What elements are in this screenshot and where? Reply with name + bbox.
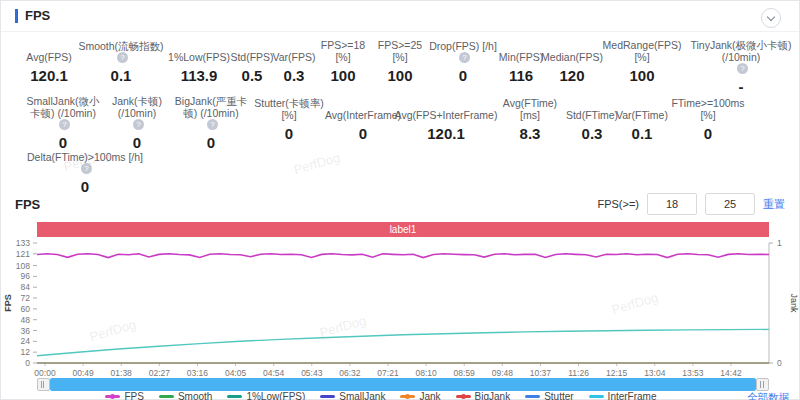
scrollbar-left-handle[interactable] [37,378,50,391]
stats-row-3: Delta(FTime)>100ms [/h]?0 [23,151,147,195]
svg-text:06:32: 06:32 [339,368,361,378]
stat-label: Avg(FTime) [ms] [493,95,567,121]
fps-threshold-label: FPS(>=) [597,198,639,210]
stat-fps-25-%: FPS>=25 [%]100 [371,39,429,95]
stat-smalljank-10min: SmallJank(微小卡顿) (/10min)?0 [23,95,103,151]
stat-label: Var(FPS) [273,39,316,63]
help-icon[interactable]: ? [737,63,748,74]
chart-legend: FPSSmooth1%Low(FPS)SmallJankJankBigJankS… [1,391,761,400]
legend-item-jank[interactable]: Jank [400,391,440,400]
legend-item-smalljank[interactable]: SmallJank [320,391,385,400]
chart-range-scrollbar [37,378,769,391]
legend-item-bigjank[interactable]: BigJank [456,391,511,400]
stat-value: 0 [59,134,67,151]
stats-row-1: Avg(FPS)120.1Smooth(流畅指数)?0.11%Low(FPS)1… [23,39,797,95]
legend-item-stutter[interactable]: Stutter [525,391,573,400]
fps-report-card: FPS Avg(FPS)120.1Smooth(流畅指数)?0.11%Low(F… [0,0,800,400]
svg-text:0: 0 [777,358,782,368]
help-icon[interactable]: ? [117,52,128,63]
svg-text:10:37: 10:37 [530,368,552,378]
legend-marker [525,395,540,398]
legend-marker-dot [461,394,466,399]
page-title: FPS [25,8,50,23]
legend-item-1%low-fps-[interactable]: 1%Low(FPS) [227,391,305,400]
grip-icon [41,381,46,388]
stat-value: 0 [459,67,467,84]
series-fps [37,254,769,258]
stat-value: 0.1 [111,67,132,84]
svg-text:04:05: 04:05 [225,368,247,378]
reset-link[interactable]: 重置 [763,197,785,212]
stat-avg-interframe: Avg(InterFrame)0 [327,95,399,151]
svg-text:60: 60 [21,304,31,314]
stat-value: 0.3 [582,125,603,142]
svg-text:96: 96 [21,271,31,281]
stat-median-fps: Median(FPS)120 [545,39,599,95]
stat-label: Smooth(流畅指数)? [75,39,167,63]
stat-label: Min(FPS) [499,39,543,63]
stat-value: 0 [81,178,89,195]
stat-value: 0 [207,134,215,151]
legend-label: SmallJank [339,391,385,400]
grip-icon [760,381,765,388]
svg-text:24: 24 [21,336,31,346]
stat-label: MedRange(FPS)[%] [599,39,685,63]
stats-row-2: SmallJank(微小卡顿) (/10min)?0Jank(卡顿) (/10m… [23,95,749,151]
svg-text:02:27: 02:27 [149,368,171,378]
legend-label: FPS [124,391,143,400]
all-data-link[interactable]: 全部数据 [747,391,789,400]
chart-label-banner: label1 [37,222,769,237]
legend-item-interframe[interactable]: InterFrame [589,391,657,400]
svg-text:36: 36 [21,326,31,336]
stat-label: Median(FPS) [541,39,603,63]
scrollbar-right-handle[interactable] [756,378,769,391]
legend-item-smooth[interactable]: Smooth [159,391,212,400]
stat-ftime-100ms-%: FTime>=100ms [%]0 [667,95,749,151]
help-icon[interactable]: ? [133,119,144,130]
stat-value: 0 [285,125,293,142]
legend-label: Stutter [544,391,573,400]
stat-label: Var(FTime) [616,95,668,121]
legend-item-fps[interactable]: FPS [105,391,143,400]
svg-text:14:42: 14:42 [720,368,742,378]
stat-value: 0 [704,125,712,142]
legend-marker [227,395,242,398]
legend-marker [589,395,604,398]
legend-label: 1%Low(FPS) [246,391,305,400]
stat-label: Avg(FPS) [26,39,71,63]
stat-1%low-fps: 1%Low(FPS)113.9 [167,39,231,95]
header-divider [1,31,799,32]
svg-text:00:49: 00:49 [72,368,94,378]
stat-value: 120 [559,67,584,84]
stat-value: 0.3 [284,67,305,84]
stat-value: 120.1 [30,67,68,84]
card-header: FPS [15,8,50,23]
help-icon[interactable]: ? [459,52,470,63]
help-icon[interactable]: ? [59,119,70,130]
stat-min-fps: Min(FPS)116 [497,39,545,95]
fps-line-chart[interactable]: 012243648607284961081211330100:0000:4901… [1,239,800,379]
stat-smooth: Smooth(流畅指数)?0.1 [75,39,167,95]
stat-value: 0.5 [242,67,263,84]
help-icon[interactable]: ? [81,163,92,174]
svg-text:133: 133 [16,239,30,248]
fps-threshold-input-1[interactable] [647,193,697,215]
stat-medrange-fps-%: MedRange(FPS)[%]100 [599,39,685,95]
svg-text:FPS: FPS [3,294,13,312]
stat-label: Avg(FPS+InterFrame) [395,95,498,121]
stat-value: 116 [509,67,533,84]
svg-text:108: 108 [16,261,30,271]
collapse-button[interactable] [761,8,781,28]
stat-label: SmallJank(微小卡顿) (/10min)? [23,95,103,130]
help-icon[interactable]: ? [207,119,218,130]
stat-value: 100 [330,67,355,84]
stat-label: FTime>=100ms [%] [667,95,749,121]
stat-value: 0 [133,134,141,151]
svg-text:01:38: 01:38 [111,368,133,378]
svg-text:09:48: 09:48 [492,368,514,378]
scrollbar-track[interactable] [50,378,756,391]
svg-text:11:26: 11:26 [568,368,589,378]
stat-value: 8.3 [520,125,541,142]
legend-marker-dot [110,394,115,399]
fps-threshold-input-2[interactable] [705,193,755,215]
